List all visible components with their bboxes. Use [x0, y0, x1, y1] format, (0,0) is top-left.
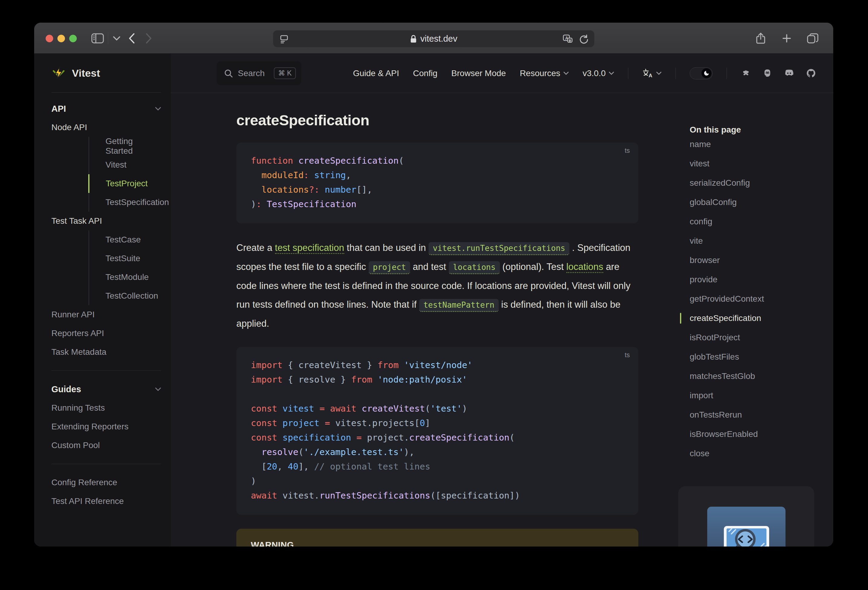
lock-icon [410, 35, 417, 43]
code-lang-badge: ts [625, 351, 630, 359]
minimize-window-button[interactable] [58, 35, 65, 42]
code-block-signature: ts function createSpecification( moduleI… [236, 143, 638, 224]
nav-link-label: Resources [520, 69, 560, 78]
sidebar-item-testcase[interactable]: TestCase [89, 230, 161, 249]
page-content: Vitest APINode APIGetting StartedVitestT… [34, 54, 833, 546]
tabs-overview-icon[interactable] [804, 29, 821, 48]
reader-icon[interactable] [280, 34, 289, 44]
brand-logo[interactable]: Vitest [52, 54, 161, 93]
doc-link[interactable]: locations [566, 262, 603, 273]
vitest-logo-icon [52, 66, 66, 80]
sidebar-toggle-icon[interactable] [89, 29, 106, 48]
sidebar-item-test-task-api[interactable]: Test Task API [52, 212, 161, 230]
language-menu[interactable]: A [642, 68, 661, 78]
sidebar-item-testproject[interactable]: TestProject [88, 174, 161, 193]
zoom-window-button[interactable] [69, 35, 77, 42]
sidebar-item-vitest[interactable]: Vitest [89, 156, 161, 174]
outline-item-config[interactable]: config [678, 212, 833, 231]
sidebar-section-api[interactable]: API [52, 99, 161, 118]
sidebar-section-guides[interactable]: Guides [52, 380, 161, 399]
translate-icon[interactable]: A [562, 34, 573, 44]
nav-link-browser-mode[interactable]: Browser Mode [451, 69, 506, 78]
outline-item-import[interactable]: import [678, 386, 833, 405]
back-button[interactable] [123, 29, 140, 48]
inline-code-link[interactable]: vitest.runTestSpecifications [428, 242, 570, 255]
search-button[interactable]: Search ⌘ K [217, 61, 301, 85]
sidebar-item-node-api[interactable]: Node API [52, 118, 161, 137]
outline: On this page namevitestserializedConfigg… [678, 93, 833, 463]
reload-icon[interactable] [579, 34, 588, 44]
inline-code-link[interactable]: locations [449, 261, 500, 274]
chevron-down-icon [155, 387, 161, 391]
sidebar-item-testcollection[interactable]: TestCollection [89, 287, 161, 305]
outline-item-serializedconfig[interactable]: serializedConfig [678, 173, 833, 193]
outline-item-globalconfig[interactable]: globalConfig [678, 193, 833, 212]
sidebar-item-extending-reporters[interactable]: Extending Reporters [52, 417, 161, 436]
doc-link[interactable]: test specification [275, 243, 344, 254]
outline-item-isbrowserenabled[interactable]: isBrowserEnabled [678, 425, 833, 444]
desktop: vitest.dev A [0, 0, 868, 590]
nav-link-label: Guide & API [353, 69, 399, 78]
sidebar-item-task-metadata[interactable]: Task Metadata [52, 343, 161, 362]
page-title: createSpecification [236, 112, 638, 129]
chevron-down-icon [155, 107, 161, 111]
code[interactable]: function createSpecification( moduleId: … [236, 153, 638, 211]
nav-link-resources[interactable]: Resources [520, 69, 569, 78]
sidebar-item-config-reference[interactable]: Config Reference [52, 473, 161, 492]
outline-item-matchestestglob[interactable]: matchesTestGlob [678, 366, 833, 386]
sidebar-item-testmodule[interactable]: TestModule [89, 268, 161, 287]
inline-code-link[interactable]: project [369, 261, 410, 274]
outline-item-ontestsrerun[interactable]: onTestsRerun [678, 405, 833, 425]
inline-code-link[interactable]: testNamePattern [419, 299, 499, 312]
sidebar-item-getting-started[interactable]: Getting Started [89, 137, 161, 156]
new-tab-icon[interactable] [778, 29, 795, 48]
outline-item-vite[interactable]: vite [678, 231, 833, 251]
doc-paragraph: Create a test specification that can be … [236, 238, 638, 333]
sidebar-item-testsuite[interactable]: TestSuite [89, 249, 161, 268]
outline-item-name[interactable]: name [678, 135, 833, 154]
share-icon[interactable] [752, 29, 769, 48]
top-nav: Guide & APIConfigBrowser ModeResourcesv3… [353, 54, 816, 93]
svg-text:A: A [649, 73, 652, 78]
sidebar-item-reporters-api[interactable]: Reporters API [52, 324, 161, 343]
sidebar-section-label: Guides [52, 384, 81, 394]
address-bar[interactable]: vitest.dev A [273, 30, 595, 47]
sponsor-image [707, 507, 785, 546]
nav-link-label: Browser Mode [451, 69, 506, 78]
outline-item-close[interactable]: close [678, 444, 833, 463]
search-shortcut: ⌘ K [274, 67, 296, 79]
mastodon-icon[interactable] [763, 69, 772, 78]
close-window-button[interactable] [46, 35, 53, 42]
theme-toggle[interactable] [690, 67, 713, 79]
github-icon[interactable] [806, 68, 816, 78]
outline-item-vitest[interactable]: vitest [678, 154, 833, 173]
nav-link-v3-0-0[interactable]: v3.0.0 [583, 69, 614, 78]
code[interactable]: import { createVitest } from 'vitest/nod… [236, 358, 638, 503]
discord-icon[interactable] [784, 69, 794, 78]
outline-item-provide[interactable]: provide [678, 270, 833, 289]
sidebar-item-custom-pool[interactable]: Custom Pool [52, 436, 161, 455]
outline-item-createspecification[interactable]: createSpecification [678, 309, 833, 328]
sidebar-item-test-api-reference[interactable]: Test API Reference [52, 492, 161, 511]
doc-content: createSpecification ts function createSp… [236, 93, 638, 546]
nav-link-guide-api[interactable]: Guide & API [353, 69, 399, 78]
outline-item-browser[interactable]: browser [678, 251, 833, 270]
sponsor-card[interactable] [678, 486, 814, 546]
forward-button[interactable] [140, 29, 157, 48]
bluesky-icon[interactable] [741, 69, 751, 78]
code-lang-badge: ts [625, 147, 630, 154]
chevron-down-icon[interactable] [110, 29, 123, 48]
toolbar-divider [108, 32, 108, 44]
outline-item-getprovidedcontext[interactable]: getProvidedContext [678, 289, 833, 309]
sidebar-nav: APINode APIGetting StartedVitestTestProj… [52, 93, 161, 511]
sidebar-item-runner-api[interactable]: Runner API [52, 305, 161, 324]
sidebar-item-running-tests[interactable]: Running Tests [52, 399, 161, 417]
outline-item-globtestfiles[interactable]: globTestFiles [678, 347, 833, 366]
brand-name: Vitest [72, 67, 100, 79]
chevron-down-icon [609, 72, 614, 75]
code-block-example: ts import { createVitest } from 'vitest/… [236, 347, 638, 515]
url-text: vitest.dev [421, 34, 458, 44]
outline-item-isrootproject[interactable]: isRootProject [678, 328, 833, 347]
nav-link-config[interactable]: Config [413, 69, 437, 78]
sidebar-item-testspecification[interactable]: TestSpecification [89, 193, 161, 212]
